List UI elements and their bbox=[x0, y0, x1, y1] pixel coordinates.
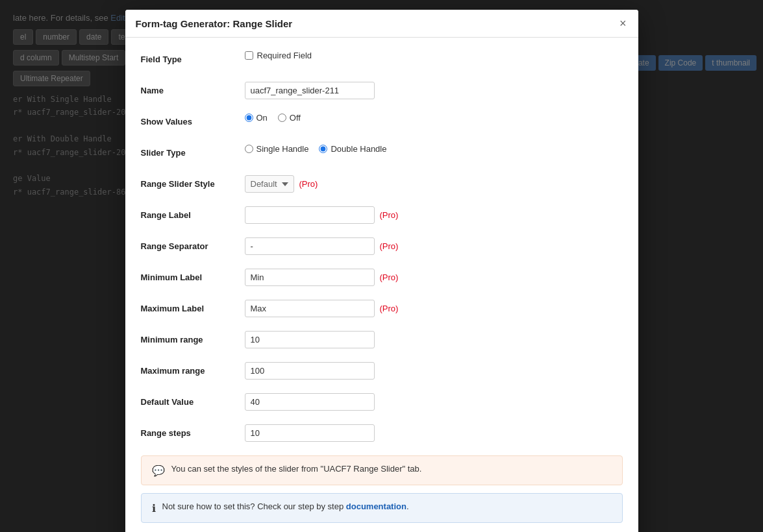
show-values-on-label[interactable]: On bbox=[245, 113, 268, 123]
show-values-off-radio[interactable] bbox=[278, 114, 286, 122]
default-value-input[interactable] bbox=[245, 393, 375, 411]
maximum-range-label: Maximum range bbox=[141, 362, 245, 376]
default-value-control bbox=[245, 393, 623, 411]
minimum-range-input[interactable] bbox=[245, 331, 375, 348]
field-type-control: Required Field bbox=[245, 51, 623, 60]
slider-type-row: Slider Type Single Handle Double Handle bbox=[141, 144, 623, 165]
range-separator-input[interactable] bbox=[245, 237, 375, 255]
range-separator-control: (Pro) bbox=[245, 237, 623, 255]
show-values-radio-group: On Off bbox=[245, 113, 301, 123]
maximum-label-label: Maximum Label bbox=[141, 300, 245, 313]
orange-info-icon: 💬 bbox=[152, 465, 165, 477]
required-field-label: Required Field bbox=[257, 51, 312, 60]
range-steps-control bbox=[245, 424, 623, 442]
name-label: Name bbox=[141, 82, 245, 95]
name-row: Name bbox=[141, 82, 623, 103]
maximum-label-row: Maximum Label (Pro) bbox=[141, 300, 623, 320]
show-values-row: Show Values On Off bbox=[141, 113, 623, 134]
minimum-range-control bbox=[245, 331, 623, 348]
single-handle-label[interactable]: Single Handle bbox=[245, 144, 309, 154]
range-separator-label: Range Separator bbox=[141, 237, 245, 251]
minimum-label-label: Minimum Label bbox=[141, 269, 245, 282]
blue-info-box: ℹ Not sure how to set this? Check our st… bbox=[141, 493, 623, 523]
maximum-range-input[interactable] bbox=[245, 362, 375, 380]
name-control bbox=[245, 82, 623, 99]
show-values-label: Show Values bbox=[141, 113, 245, 127]
range-steps-label: Range steps bbox=[141, 424, 245, 438]
field-type-label: Field Type bbox=[141, 51, 245, 64]
orange-info-box: 💬 You can set the styles of the slider f… bbox=[141, 455, 623, 485]
documentation-link[interactable]: documentation bbox=[346, 502, 407, 511]
modal-title: Form-tag Generator: Range Slider bbox=[136, 18, 293, 29]
orange-info-text: You can set the styles of the slider fro… bbox=[171, 464, 422, 474]
range-label-input[interactable] bbox=[245, 206, 375, 224]
range-label-row: Range Label (Pro) bbox=[141, 206, 623, 227]
blue-info-text-before: Not sure how to set this? Check our step… bbox=[162, 502, 344, 511]
minimum-label-pro-link[interactable]: (Pro) bbox=[380, 272, 399, 282]
range-separator-pro-link[interactable]: (Pro) bbox=[380, 241, 399, 251]
minimum-label-control: (Pro) bbox=[245, 269, 623, 286]
maximum-label-control: (Pro) bbox=[245, 300, 623, 317]
maximum-label-input[interactable] bbox=[245, 300, 375, 317]
blue-info-icon: ℹ bbox=[152, 502, 156, 514]
range-slider-style-row: Range Slider Style Default (Pro) bbox=[141, 175, 623, 196]
range-slider-style-pro-link[interactable]: (Pro) bbox=[299, 179, 318, 189]
modal-header: Form-tag Generator: Range Slider × bbox=[125, 10, 638, 38]
range-label-label: Range Label bbox=[141, 206, 245, 220]
range-slider-style-label: Range Slider Style bbox=[141, 175, 245, 189]
required-field-checkbox[interactable] bbox=[245, 51, 253, 60]
show-values-off-label[interactable]: Off bbox=[278, 113, 301, 123]
show-values-off-text: Off bbox=[290, 113, 301, 123]
blue-info-text: Not sure how to set this? Check our step… bbox=[162, 502, 409, 511]
minimum-range-label: Minimum range bbox=[141, 331, 245, 345]
minimum-label-input[interactable] bbox=[245, 269, 375, 286]
default-value-label: Default Value bbox=[141, 393, 245, 407]
modal-dialog: Form-tag Generator: Range Slider × Field… bbox=[125, 10, 638, 532]
field-type-row: Field Type Required Field bbox=[141, 51, 623, 71]
range-steps-input[interactable] bbox=[245, 424, 375, 442]
range-label-pro-link[interactable]: (Pro) bbox=[380, 210, 399, 220]
minimum-label-row: Minimum Label (Pro) bbox=[141, 269, 623, 289]
blue-info-text-after: . bbox=[407, 502, 409, 511]
single-handle-radio[interactable] bbox=[245, 145, 253, 153]
double-handle-radio[interactable] bbox=[319, 145, 327, 153]
slider-type-control: Single Handle Double Handle bbox=[245, 144, 623, 154]
slider-type-label: Slider Type bbox=[141, 144, 245, 158]
show-values-control: On Off bbox=[245, 113, 623, 123]
modal-body: Field Type Required Field Name Show Valu… bbox=[125, 38, 638, 532]
default-value-row: Default Value bbox=[141, 393, 623, 414]
single-handle-text: Single Handle bbox=[256, 144, 309, 154]
show-values-on-radio[interactable] bbox=[245, 114, 253, 122]
maximum-range-control bbox=[245, 362, 623, 380]
modal-close-button[interactable]: × bbox=[618, 18, 628, 29]
range-slider-style-select[interactable]: Default bbox=[245, 175, 294, 193]
minimum-range-row: Minimum range bbox=[141, 331, 623, 352]
double-handle-label[interactable]: Double Handle bbox=[319, 144, 386, 154]
range-slider-style-control: Default (Pro) bbox=[245, 175, 623, 193]
double-handle-text: Double Handle bbox=[331, 144, 386, 154]
required-field-checkbox-label[interactable]: Required Field bbox=[245, 51, 312, 60]
slider-type-radio-group: Single Handle Double Handle bbox=[245, 144, 387, 154]
range-steps-row: Range steps bbox=[141, 424, 623, 445]
maximum-label-pro-link[interactable]: (Pro) bbox=[380, 304, 399, 313]
show-values-on-text: On bbox=[256, 113, 268, 123]
range-separator-row: Range Separator (Pro) bbox=[141, 237, 623, 258]
name-input[interactable] bbox=[245, 82, 375, 99]
maximum-range-row: Maximum range bbox=[141, 362, 623, 383]
range-label-control: (Pro) bbox=[245, 206, 623, 224]
